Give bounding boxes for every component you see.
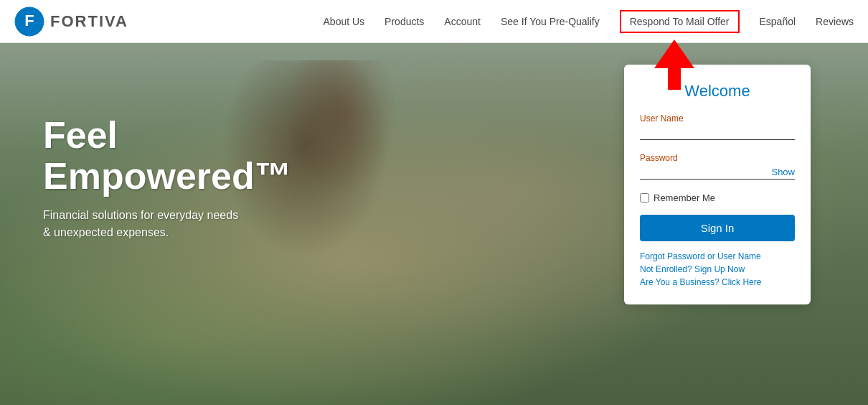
password-label: Password bbox=[640, 153, 795, 163]
hero-subtitle-line2: & unexpected expenses. bbox=[43, 224, 292, 241]
nav-respond-mail-offer[interactable]: Respond To Mail Offer bbox=[620, 10, 740, 33]
logo-area: F FORTIVA bbox=[14, 6, 128, 37]
show-password-button[interactable]: Show bbox=[771, 167, 795, 177]
sign-in-button[interactable]: Sign In bbox=[640, 215, 795, 241]
forgot-password-link[interactable]: Forgot Password or User Name bbox=[640, 251, 795, 261]
hero-subtitle-line1: Financial solutions for everyday needs bbox=[43, 207, 292, 224]
nav-products[interactable]: Products bbox=[385, 16, 424, 27]
annotation-arrow bbox=[654, 39, 694, 90]
hero-subtitle: Financial solutions for everyday needs &… bbox=[43, 207, 292, 241]
business-link[interactable]: Are You a Business? Click Here bbox=[640, 277, 795, 287]
fortiva-logo-icon: F bbox=[14, 6, 44, 37]
nav-espanol[interactable]: Español bbox=[760, 16, 796, 27]
hero-title-line1: Feel bbox=[43, 115, 292, 156]
nav-pre-qualify[interactable]: See If You Pre-Qualify bbox=[501, 16, 600, 27]
password-group: Password Show bbox=[640, 153, 795, 180]
username-group: User Name bbox=[640, 113, 795, 140]
main-nav: About Us Products Account See If You Pre… bbox=[324, 10, 854, 33]
login-links: Forgot Password or User Name Not Enrolle… bbox=[640, 251, 795, 287]
login-card: Welcome User Name Password Show Remember… bbox=[624, 65, 811, 304]
remember-me-row: Remember Me bbox=[640, 192, 795, 203]
hero-title-line2: Empowered™ bbox=[43, 156, 292, 197]
header: F FORTIVA About Us Products Account See … bbox=[0, 0, 868, 43]
username-input[interactable] bbox=[640, 125, 795, 140]
nav-about-us[interactable]: About Us bbox=[324, 16, 365, 27]
arrow-head bbox=[654, 39, 694, 68]
hero-text-block: Feel Empowered™ Financial solutions for … bbox=[43, 115, 292, 241]
arrow-shaft bbox=[668, 68, 681, 90]
remember-me-label: Remember Me bbox=[654, 192, 715, 203]
logo-text: FORTIVA bbox=[50, 12, 128, 31]
not-enrolled-link[interactable]: Not Enrolled? Sign Up Now bbox=[640, 264, 795, 274]
username-label: User Name bbox=[640, 113, 795, 124]
nav-reviews[interactable]: Reviews bbox=[816, 16, 854, 27]
hero-section: Feel Empowered™ Financial solutions for … bbox=[0, 43, 868, 405]
hero-title: Feel Empowered™ bbox=[43, 115, 292, 197]
svg-text:F: F bbox=[24, 11, 34, 29]
remember-me-checkbox[interactable] bbox=[640, 193, 649, 202]
nav-account[interactable]: Account bbox=[444, 16, 481, 27]
